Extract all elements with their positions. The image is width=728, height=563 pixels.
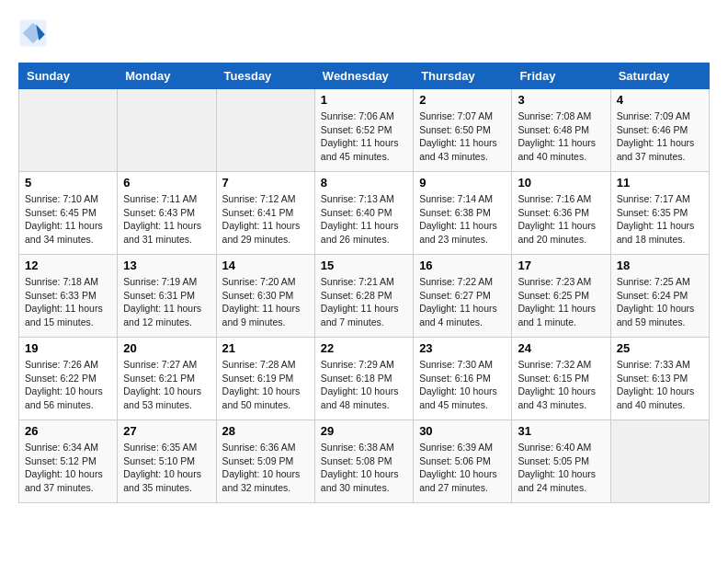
- calendar-cell: 29Sunrise: 6:38 AMSunset: 5:08 PMDayligh…: [314, 420, 413, 503]
- day-number: 31: [518, 424, 604, 438]
- day-info: Sunrise: 7:28 AMSunset: 6:19 PMDaylight:…: [222, 358, 309, 412]
- calendar-cell: 22Sunrise: 7:29 AMSunset: 6:18 PMDayligh…: [314, 338, 413, 420]
- weekday-header-monday: Monday: [118, 63, 216, 89]
- calendar-cell: 6Sunrise: 7:11 AMSunset: 6:43 PMDaylight…: [118, 172, 216, 255]
- day-number: 26: [25, 424, 111, 438]
- calendar-cell: 3Sunrise: 7:08 AMSunset: 6:48 PMDaylight…: [512, 89, 610, 172]
- weekday-header-sunday: Sunday: [19, 63, 118, 89]
- day-number: 10: [518, 176, 604, 190]
- calendar-cell: [216, 89, 314, 172]
- day-number: 14: [222, 259, 309, 272]
- day-number: 20: [123, 341, 210, 355]
- calendar-cell: [610, 420, 709, 503]
- calendar-cell: 24Sunrise: 7:32 AMSunset: 6:15 PMDayligh…: [512, 338, 610, 420]
- calendar-cell: 12Sunrise: 7:18 AMSunset: 6:33 PMDayligh…: [19, 255, 118, 338]
- day-number: 28: [222, 424, 309, 438]
- weekday-header-saturday: Saturday: [610, 63, 709, 89]
- day-info: Sunrise: 7:33 AMSunset: 6:13 PMDaylight:…: [617, 358, 703, 412]
- calendar-cell: 11Sunrise: 7:17 AMSunset: 6:35 PMDayligh…: [610, 172, 709, 255]
- day-number: 11: [617, 176, 703, 190]
- day-info: Sunrise: 7:25 AMSunset: 6:24 PMDaylight:…: [617, 275, 703, 329]
- day-info: Sunrise: 7:09 AMSunset: 6:46 PMDaylight:…: [617, 109, 703, 164]
- calendar-cell: 25Sunrise: 7:33 AMSunset: 6:13 PMDayligh…: [610, 338, 709, 420]
- calendar-cell: 5Sunrise: 7:10 AMSunset: 6:45 PMDaylight…: [19, 172, 118, 255]
- weekday-header-tuesday: Tuesday: [216, 63, 314, 89]
- day-info: Sunrise: 7:16 AMSunset: 6:36 PMDaylight:…: [518, 192, 604, 247]
- calendar-cell: 10Sunrise: 7:16 AMSunset: 6:36 PMDayligh…: [512, 172, 610, 255]
- day-number: 18: [617, 259, 703, 272]
- calendar-cell: 8Sunrise: 7:13 AMSunset: 6:40 PMDaylight…: [314, 172, 413, 255]
- day-number: 22: [321, 341, 407, 355]
- day-info: Sunrise: 7:06 AMSunset: 6:52 PMDaylight:…: [321, 109, 407, 164]
- day-number: 19: [25, 341, 111, 355]
- calendar-cell: 4Sunrise: 7:09 AMSunset: 6:46 PMDaylight…: [610, 89, 709, 172]
- day-info: Sunrise: 7:13 AMSunset: 6:40 PMDaylight:…: [321, 192, 407, 247]
- day-number: 29: [321, 424, 407, 438]
- day-info: Sunrise: 7:27 AMSunset: 6:21 PMDaylight:…: [123, 358, 210, 412]
- calendar-cell: 7Sunrise: 7:12 AMSunset: 6:41 PMDaylight…: [216, 172, 314, 255]
- day-number: 16: [419, 259, 506, 272]
- day-info: Sunrise: 7:26 AMSunset: 6:22 PMDaylight:…: [25, 358, 111, 412]
- day-number: 17: [518, 259, 604, 272]
- day-info: Sunrise: 7:30 AMSunset: 6:16 PMDaylight:…: [419, 358, 506, 412]
- day-info: Sunrise: 7:21 AMSunset: 6:28 PMDaylight:…: [321, 275, 407, 329]
- day-number: 9: [419, 176, 506, 190]
- day-info: Sunrise: 7:29 AMSunset: 6:18 PMDaylight:…: [321, 358, 407, 412]
- day-info: Sunrise: 6:40 AMSunset: 5:05 PMDaylight:…: [518, 441, 604, 495]
- day-number: 15: [321, 259, 407, 272]
- day-info: Sunrise: 7:11 AMSunset: 6:43 PMDaylight:…: [123, 192, 210, 247]
- day-number: 30: [419, 424, 506, 438]
- day-number: 6: [123, 176, 210, 190]
- calendar-cell: 17Sunrise: 7:23 AMSunset: 6:25 PMDayligh…: [512, 255, 610, 338]
- day-number: 25: [617, 341, 703, 355]
- calendar-cell: 26Sunrise: 6:34 AMSunset: 5:12 PMDayligh…: [19, 420, 118, 503]
- day-number: 23: [419, 341, 506, 355]
- calendar-cell: 27Sunrise: 6:35 AMSunset: 5:10 PMDayligh…: [118, 420, 216, 503]
- calendar-cell: [118, 89, 216, 172]
- calendar-cell: 18Sunrise: 7:25 AMSunset: 6:24 PMDayligh…: [610, 255, 709, 338]
- day-info: Sunrise: 7:23 AMSunset: 6:25 PMDaylight:…: [518, 275, 604, 329]
- page-header: [18, 18, 710, 48]
- day-info: Sunrise: 6:39 AMSunset: 5:06 PMDaylight:…: [419, 441, 506, 495]
- day-info: Sunrise: 7:19 AMSunset: 6:31 PMDaylight:…: [123, 275, 210, 329]
- day-number: 7: [222, 176, 309, 190]
- day-number: 8: [321, 176, 407, 190]
- day-info: Sunrise: 6:35 AMSunset: 5:10 PMDaylight:…: [123, 441, 210, 495]
- day-info: Sunrise: 6:34 AMSunset: 5:12 PMDaylight:…: [25, 441, 111, 495]
- day-number: 27: [123, 424, 210, 438]
- day-number: 24: [518, 341, 604, 355]
- day-info: Sunrise: 7:07 AMSunset: 6:50 PMDaylight:…: [419, 109, 506, 164]
- day-info: Sunrise: 7:20 AMSunset: 6:30 PMDaylight:…: [222, 275, 309, 329]
- weekday-header-friday: Friday: [512, 63, 610, 89]
- day-info: Sunrise: 7:17 AMSunset: 6:35 PMDaylight:…: [617, 192, 703, 247]
- calendar-cell: 30Sunrise: 6:39 AMSunset: 5:06 PMDayligh…: [414, 420, 512, 503]
- day-info: Sunrise: 6:38 AMSunset: 5:08 PMDaylight:…: [321, 441, 407, 495]
- day-number: 3: [518, 93, 604, 107]
- calendar-cell: 15Sunrise: 7:21 AMSunset: 6:28 PMDayligh…: [314, 255, 413, 338]
- day-number: 1: [321, 93, 407, 107]
- day-info: Sunrise: 7:12 AMSunset: 6:41 PMDaylight:…: [222, 192, 309, 247]
- calendar-cell: 16Sunrise: 7:22 AMSunset: 6:27 PMDayligh…: [414, 255, 512, 338]
- logo: [18, 18, 51, 48]
- day-number: 4: [617, 93, 703, 107]
- weekday-header-wednesday: Wednesday: [314, 63, 413, 89]
- day-info: Sunrise: 7:32 AMSunset: 6:15 PMDaylight:…: [518, 358, 604, 412]
- calendar-cell: 13Sunrise: 7:19 AMSunset: 6:31 PMDayligh…: [118, 255, 216, 338]
- weekday-header-thursday: Thursday: [414, 63, 512, 89]
- calendar-cell: 23Sunrise: 7:30 AMSunset: 6:16 PMDayligh…: [414, 338, 512, 420]
- calendar-cell: 19Sunrise: 7:26 AMSunset: 6:22 PMDayligh…: [19, 338, 118, 420]
- day-info: Sunrise: 7:08 AMSunset: 6:48 PMDaylight:…: [518, 109, 604, 164]
- calendar-cell: 14Sunrise: 7:20 AMSunset: 6:30 PMDayligh…: [216, 255, 314, 338]
- day-info: Sunrise: 6:36 AMSunset: 5:09 PMDaylight:…: [222, 441, 309, 495]
- calendar-cell: 1Sunrise: 7:06 AMSunset: 6:52 PMDaylight…: [314, 89, 413, 172]
- day-number: 13: [123, 259, 210, 272]
- calendar-cell: 31Sunrise: 6:40 AMSunset: 5:05 PMDayligh…: [512, 420, 610, 503]
- calendar-table: SundayMondayTuesdayWednesdayThursdayFrid…: [18, 63, 710, 503]
- logo-icon: [18, 18, 48, 48]
- day-info: Sunrise: 7:18 AMSunset: 6:33 PMDaylight:…: [25, 275, 111, 329]
- day-number: 5: [25, 176, 111, 190]
- calendar-cell: 2Sunrise: 7:07 AMSunset: 6:50 PMDaylight…: [414, 89, 512, 172]
- calendar-cell: 20Sunrise: 7:27 AMSunset: 6:21 PMDayligh…: [118, 338, 216, 420]
- calendar-cell: 9Sunrise: 7:14 AMSunset: 6:38 PMDaylight…: [414, 172, 512, 255]
- calendar-cell: 21Sunrise: 7:28 AMSunset: 6:19 PMDayligh…: [216, 338, 314, 420]
